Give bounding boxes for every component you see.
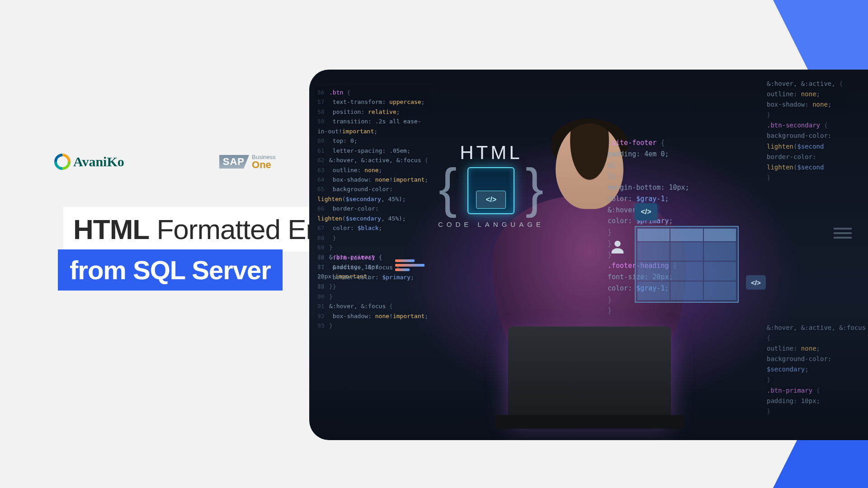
avaniko-wordmark: AvaniKo <box>73 154 124 169</box>
brace-right-icon: } <box>525 167 543 208</box>
brace-left-icon: { <box>439 167 457 208</box>
logo-row: AvaniKo SAP Business One <box>54 154 276 170</box>
html-badge-subtitle: CODE LANGUAGE <box>438 221 544 228</box>
code-overlay-far-right-bottom: &:hover, &:active, &:focus { outline: no… <box>767 323 868 417</box>
svg-point-0 <box>614 241 620 247</box>
hero-image: HTML { </> } CODE LANGUAGE 56.btn {57 te… <box>309 70 868 440</box>
floppy-code-label: </> <box>476 191 506 209</box>
user-silhouette-icon <box>609 238 627 256</box>
sap-wordmark: SAP <box>219 155 249 169</box>
floppy-disk-icon: </> <box>467 167 514 214</box>
headline-line-2: from SQL Server <box>58 249 283 291</box>
logo-avaniko: AvaniKo <box>54 154 124 170</box>
mini-bar-chart-icon <box>395 259 428 279</box>
laptop-icon <box>508 327 671 417</box>
sap-one-label: One <box>252 160 276 170</box>
code-angle-chip-icon: </> <box>635 203 657 221</box>
hamburger-lines-icon <box>834 228 852 239</box>
code-overlay-far-right-top: &:hover, &:active, { outline: none; box-… <box>767 79 868 183</box>
html-code-badge: HTML { </> } CODE LANGUAGE <box>438 142 544 228</box>
wireframe-table-icon <box>635 226 739 303</box>
logo-sap-business-one: SAP Business One <box>219 154 276 170</box>
avaniko-mark-icon <box>54 154 71 170</box>
code-angle-chip-small-icon: </> <box>746 275 766 290</box>
headline-bold: HTML <box>73 214 149 245</box>
